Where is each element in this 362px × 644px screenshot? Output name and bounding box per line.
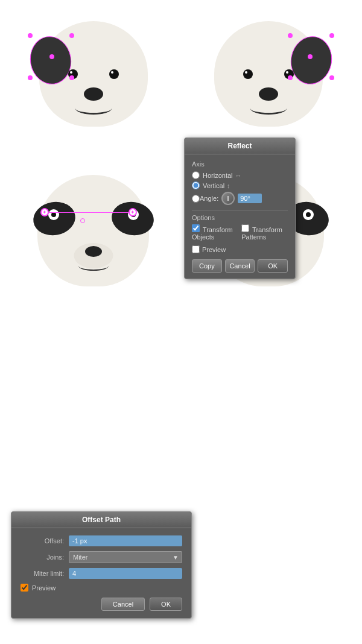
joins-label: Joins: bbox=[21, 554, 64, 561]
offset-ok-button[interactable]: OK bbox=[150, 598, 182, 611]
selection-line-h bbox=[49, 212, 129, 213]
panda-eye-right-r bbox=[303, 209, 314, 220]
dialog-divider-1 bbox=[192, 210, 288, 210]
joins-row: Joins: Miter Round Bevel ▼ bbox=[21, 551, 182, 563]
reflect-dialog: Reflect Axis Horizontal ↔ Vertical ↕ Ang… bbox=[184, 137, 296, 279]
gear-anchor-left: ✦ bbox=[40, 208, 49, 216]
dog-eye-right bbox=[109, 69, 119, 79]
dog-nose-left bbox=[84, 87, 103, 101]
preview-row: Preview bbox=[192, 245, 288, 253]
transform-objects-option: Transform Objects bbox=[192, 224, 237, 241]
anchor-point bbox=[28, 33, 33, 38]
axis-label: Axis bbox=[192, 160, 288, 168]
panda-face-left: ✦ ✦ bbox=[27, 166, 160, 305]
vertical-label[interactable]: Vertical bbox=[203, 182, 224, 189]
ok-button[interactable]: OK bbox=[258, 259, 288, 273]
bottom-row: ✦ ✦ bbox=[0, 157, 362, 314]
offset-dialog-title: Offset Path bbox=[11, 512, 191, 528]
horizontal-label[interactable]: Horizontal bbox=[203, 172, 233, 179]
anchor-point bbox=[69, 75, 74, 80]
anchor-center bbox=[49, 54, 54, 59]
dog-face-left bbox=[27, 9, 160, 142]
horizontal-radio-row: Horizontal ↔ bbox=[192, 171, 288, 179]
anchor-point bbox=[69, 33, 74, 38]
panda-mouth-left bbox=[78, 261, 109, 271]
transform-patterns-option: Transform Patterns bbox=[241, 224, 288, 241]
angle-input[interactable] bbox=[238, 194, 262, 203]
preview-label[interactable]: Preview bbox=[202, 246, 226, 253]
offset-input[interactable] bbox=[69, 535, 182, 546]
angle-radio[interactable] bbox=[192, 195, 200, 203]
angle-circle-icon bbox=[221, 192, 235, 205]
horizontal-icon: ↔ bbox=[235, 172, 242, 179]
offset-dialog-body: Offset: Joins: Miter Round Bevel ▼ Miter… bbox=[11, 528, 191, 618]
miter-limit-row: Miter limit: bbox=[21, 568, 182, 579]
angle-row: Angle: bbox=[192, 192, 288, 205]
offset-preview-row: Preview bbox=[21, 584, 182, 592]
anchor-point bbox=[329, 75, 334, 80]
reflect-dialog-buttons: Copy Cancel OK bbox=[192, 259, 288, 273]
anchor-point bbox=[28, 75, 33, 80]
anchor-center bbox=[308, 54, 313, 59]
dog-eye-left-r bbox=[243, 69, 253, 79]
anchor-point bbox=[288, 33, 293, 38]
copy-button[interactable]: Copy bbox=[192, 259, 222, 273]
offset-preview-checkbox[interactable] bbox=[21, 584, 28, 592]
reflect-dialog-body: Axis Horizontal ↔ Vertical ↕ Angle: bbox=[185, 154, 295, 279]
joins-select[interactable]: Miter Round Bevel bbox=[69, 551, 182, 563]
reflect-dialog-title: Reflect bbox=[185, 138, 295, 154]
anchor-point bbox=[288, 75, 293, 80]
gear-anchor-right: ✦ bbox=[129, 208, 137, 216]
offset-label: Offset: bbox=[21, 537, 64, 545]
miter-limit-label: Miter limit: bbox=[21, 570, 64, 577]
panda-eye-left bbox=[48, 209, 59, 220]
angle-label[interactable]: Angle: bbox=[200, 195, 218, 202]
dog-mouth-right bbox=[250, 103, 287, 115]
offset-cancel-button[interactable]: Cancel bbox=[101, 598, 145, 611]
page-wrapper: Reflect Axis Horizontal ↔ Vertical ↕ Ang… bbox=[0, 0, 362, 644]
top-row bbox=[0, 0, 362, 145]
transform-patterns-checkbox[interactable] bbox=[241, 224, 249, 232]
anchor-small-circle bbox=[80, 218, 85, 223]
axis-radio-group: Horizontal ↔ Vertical ↕ Angle: bbox=[192, 171, 288, 205]
cancel-button[interactable]: Cancel bbox=[225, 259, 255, 273]
vertical-icon: ↕ bbox=[227, 182, 230, 189]
miter-limit-input[interactable] bbox=[69, 568, 182, 579]
dog-mouth-left bbox=[75, 103, 112, 115]
horizontal-radio[interactable] bbox=[192, 171, 200, 179]
anchor-point bbox=[329, 33, 334, 38]
offset-path-dialog: Offset Path Offset: Joins: Miter Round B… bbox=[11, 511, 192, 619]
offset-input-row: Offset: bbox=[21, 535, 182, 546]
offset-preview-label[interactable]: Preview bbox=[32, 584, 56, 592]
vertical-radio-row: Vertical ↕ bbox=[192, 182, 288, 189]
preview-checkbox[interactable] bbox=[192, 245, 200, 253]
joins-select-wrapper: Miter Round Bevel ▼ bbox=[69, 551, 182, 563]
dog-nose-right bbox=[259, 87, 278, 101]
panda-nose-left bbox=[85, 246, 102, 257]
vertical-radio[interactable] bbox=[192, 182, 200, 189]
offset-dialog-buttons: Cancel OK bbox=[21, 598, 182, 611]
transform-objects-checkbox[interactable] bbox=[192, 224, 200, 232]
options-label: Options bbox=[192, 214, 288, 221]
options-row: Transform Objects Transform Patterns bbox=[192, 224, 288, 241]
dog-face-right bbox=[202, 9, 335, 142]
